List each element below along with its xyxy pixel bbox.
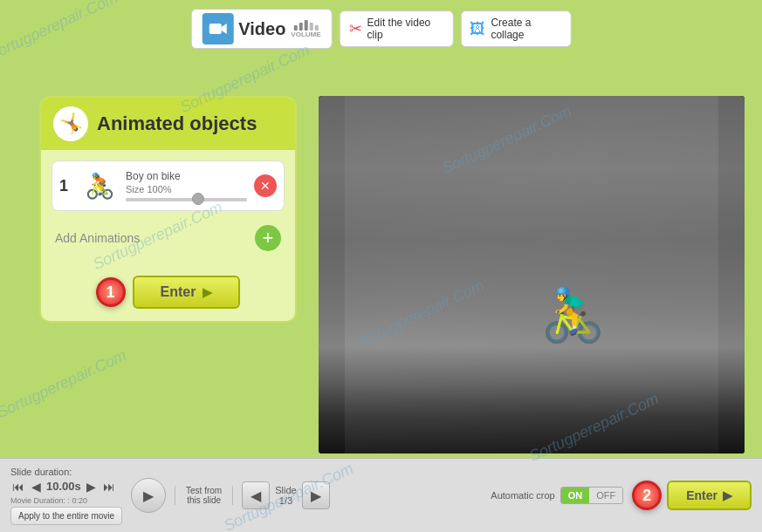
panel-header-icon: 🤸 <box>53 106 88 141</box>
video-title-button[interactable]: Video VOLUME <box>190 9 332 49</box>
apply-btn-label: Apply to the entire movie <box>18 511 114 521</box>
play-button[interactable]: ▶ <box>131 478 166 513</box>
step-number-2: 2 <box>642 487 651 505</box>
apply-to-movie-button[interactable]: Apply to the entire movie <box>10 507 122 525</box>
duration-skip-forward-button[interactable]: ⏭ <box>101 479 117 494</box>
auto-crop-label: Automatic crop <box>491 490 554 501</box>
field-svg <box>319 96 745 454</box>
slide-label: Slide <box>275 485 296 495</box>
auto-crop-toggle[interactable]: ON OFF <box>560 487 624 504</box>
item-size: Size 100% <box>126 184 247 194</box>
video-preview: 🚴‍♂️ <box>319 96 745 454</box>
edit-btn-label: Edit the video clip <box>367 17 444 41</box>
slider-thumb <box>192 193 204 205</box>
movie-duration-label: Movie Duration: : 0:20 <box>10 496 122 505</box>
add-animations-label: Add Animations <box>55 231 140 245</box>
slide-prev-button[interactable]: ◀ <box>242 481 270 509</box>
slider-track <box>126 198 247 201</box>
bottom-enter-arrow-icon: ▶ <box>723 488 732 502</box>
panel-enter-button[interactable]: Enter ▶ <box>133 276 241 309</box>
volume-label: VOLUME <box>291 31 320 38</box>
character-boy-bike: 🚴‍♂️ <box>540 284 606 346</box>
top-bar: Video VOLUME ✂ Edit the video clip 🖼 Cre… <box>190 9 572 49</box>
bottom-enter-area: 2 Enter ▶ <box>632 481 752 510</box>
duration-forward-button[interactable]: ▶ <box>85 479 98 494</box>
create-collage-button[interactable]: 🖼 Create a collage <box>460 10 571 47</box>
auto-crop-section: Automatic crop ON OFF <box>491 487 623 504</box>
test-sub-label: this slide <box>187 495 221 505</box>
item-info: Boy on bike Size 100% <box>126 170 247 201</box>
add-animations-row: Add Animations + <box>51 220 285 256</box>
bottom-enter-button[interactable]: Enter ▶ <box>667 481 752 510</box>
duration-value: 10.00s <box>46 480 81 493</box>
svg-rect-0 <box>209 24 221 34</box>
slide-info: Slide 1/3 <box>275 485 296 506</box>
panel-enter-area: 1 Enter ▶ <box>41 267 295 321</box>
svg-rect-2 <box>319 96 745 454</box>
test-from-slide-button[interactable]: Test from this slide <box>175 486 233 505</box>
delete-item-button[interactable]: ✕ <box>254 174 277 197</box>
duration-skip-back-button[interactable]: ⏮ <box>10 479 26 494</box>
vol-bar-4 <box>309 23 312 31</box>
collage-btn-label: Create a collage <box>491 17 561 41</box>
slide-value: 1/3 <box>275 495 296 506</box>
enter-arrow-icon: ▶ <box>203 285 212 299</box>
size-slider[interactable] <box>126 198 247 201</box>
collage-icon: 🖼 <box>470 20 485 38</box>
step-badge-2: 2 <box>632 481 662 510</box>
test-label: Test from <box>186 486 222 495</box>
vol-bar-2 <box>299 23 302 31</box>
animated-objects-panel: 🤸 Animated objects 1 🚴 Boy on bike Size … <box>39 96 297 323</box>
animation-item-1: 1 🚴 Boy on bike Size 100% ✕ <box>51 160 285 211</box>
video-preview-inner: 🚴‍♂️ <box>319 96 745 454</box>
add-animation-button[interactable]: + <box>255 225 281 251</box>
slide-next-button[interactable]: ▶ <box>302 481 330 509</box>
video-icon <box>202 13 233 44</box>
step-number-1: 1 <box>106 283 115 302</box>
bottom-enter-label: Enter <box>686 488 717 502</box>
vol-bar-3 <box>304 20 307 31</box>
volume-bars <box>293 20 318 31</box>
duration-back-button[interactable]: ◀ <box>30 479 43 494</box>
item-name: Boy on bike <box>126 170 247 182</box>
item-thumbnail: 🚴 <box>80 167 119 205</box>
slide-navigation: ◀ Slide 1/3 ▶ <box>242 481 329 509</box>
toggle-on[interactable]: ON <box>561 488 590 503</box>
panel-header: 🤸 Animated objects <box>41 98 295 150</box>
slide-duration-label: Slide duration: <box>10 467 122 477</box>
duration-controls: ⏮ ◀ 10.00s ▶ ⏭ <box>10 479 122 494</box>
volume-section: VOLUME <box>291 20 320 38</box>
toggle-off[interactable]: OFF <box>589 488 622 503</box>
edit-video-clip-button[interactable]: ✂ Edit the video clip <box>340 10 454 47</box>
panel-enter-label: Enter <box>161 284 196 300</box>
bottom-bar: Slide duration: ⏮ ◀ 10.00s ▶ ⏭ Movie Dur… <box>0 458 762 532</box>
animation-icon: 🤸 <box>59 113 83 135</box>
panel-title: Animated objects <box>97 113 257 135</box>
scissors-icon: ✂ <box>349 19 362 38</box>
svg-marker-1 <box>221 24 226 34</box>
panel-body: 1 🚴 Boy on bike Size 100% ✕ Add Animatio… <box>41 150 295 267</box>
slide-duration-section: Slide duration: ⏮ ◀ 10.00s ▶ ⏭ Movie Dur… <box>10 467 122 525</box>
step-badge-1: 1 <box>96 277 126 307</box>
item-number: 1 <box>59 177 73 195</box>
video-label: Video <box>238 19 285 39</box>
